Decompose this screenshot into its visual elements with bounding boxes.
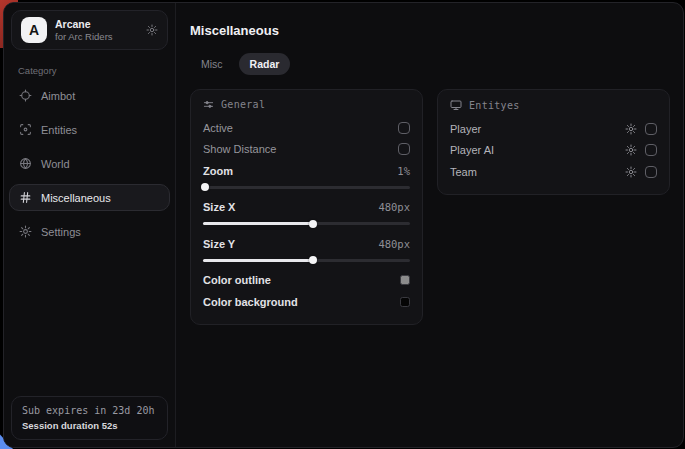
setting-label: Color outline (203, 274, 271, 286)
color-outline-swatch[interactable] (400, 275, 410, 285)
gear-icon (19, 225, 32, 238)
panel-general: General Active Show Distance Zoom 1% (190, 89, 423, 325)
active-checkbox[interactable] (398, 122, 410, 134)
app-name: Arcane (55, 18, 113, 31)
sidebar-item-label: Miscellaneous (41, 192, 111, 204)
setting-value: 480px (378, 238, 410, 250)
entities-scan-icon (19, 123, 32, 136)
tab-bar: Misc Radar (190, 53, 670, 75)
sidebar-item-label: Entities (41, 124, 77, 136)
sub-expires-text: Sub expires in 23d 20h (22, 405, 157, 416)
panel-entities: Entityes Player Player AI (437, 89, 670, 195)
entity-label: Player (450, 123, 481, 135)
setting-label: Size Y (203, 238, 235, 250)
brand-card[interactable]: A Arcane for Arc Riders (11, 10, 168, 50)
gear-icon[interactable] (625, 144, 637, 156)
sidebar-item-miscellaneous[interactable]: Miscellaneous (9, 184, 170, 211)
grid-hash-icon (19, 191, 32, 204)
setting-value: 1% (397, 165, 410, 177)
entity-row-team: Team (450, 161, 657, 183)
panel-title: Entityes (469, 100, 520, 111)
entity-row-player: Player (450, 118, 657, 140)
setting-row-size-x: Size X 480px (203, 197, 410, 219)
setting-label: Size X (203, 201, 235, 213)
entity-label: Player AI (450, 144, 494, 156)
sliders-icon (203, 99, 214, 110)
sidebar-item-entities[interactable]: Entities (9, 116, 170, 143)
app-logo: A (21, 17, 47, 43)
zoom-slider[interactable] (203, 186, 410, 189)
setting-value: 480px (378, 201, 410, 213)
setting-row-color-outline: Color outline (203, 270, 410, 292)
gear-icon[interactable] (625, 123, 637, 135)
size-x-slider[interactable] (203, 222, 410, 225)
panel-entities-header: Entityes (450, 99, 657, 111)
show-distance-checkbox[interactable] (398, 143, 410, 155)
setting-row-color-background: Color background (203, 291, 410, 313)
sidebar-item-world[interactable]: World (9, 150, 170, 177)
sidebar-item-label: Settings (41, 226, 81, 238)
slider-thumb[interactable] (309, 256, 317, 264)
sidebar-item-label: World (41, 158, 70, 170)
team-checkbox[interactable] (645, 166, 657, 178)
color-background-swatch[interactable] (400, 297, 410, 307)
main-content: Miscellaneous Misc Radar General Active (176, 3, 684, 447)
globe-icon (19, 157, 32, 170)
panel-general-header: General (203, 99, 410, 110)
sidebar-item-settings[interactable]: Settings (9, 218, 170, 245)
subscription-card: Sub expires in 23d 20h Session duration … (11, 396, 168, 440)
setting-label: Active (203, 122, 233, 134)
crosshair-icon (19, 89, 32, 102)
setting-row-zoom: Zoom 1% (203, 160, 410, 182)
session-duration-text: Session duration 52s (22, 420, 157, 431)
entity-row-player-ai: Player AI (450, 140, 657, 162)
sidebar: A Arcane for Arc Riders Category Aimbot (4, 3, 176, 447)
app-subtitle: for Arc Riders (55, 31, 113, 43)
sidebar-item-label: Aimbot (41, 90, 75, 102)
size-y-slider[interactable] (203, 259, 410, 262)
setting-row-size-y: Size Y 480px (203, 233, 410, 255)
category-label: Category (18, 65, 161, 76)
player-checkbox[interactable] (645, 123, 657, 135)
entity-label: Team (450, 166, 477, 178)
slider-fill (203, 222, 313, 225)
monitor-icon (450, 99, 462, 111)
panels-row: General Active Show Distance Zoom 1% (190, 89, 670, 325)
slider-fill (203, 259, 313, 262)
gear-icon[interactable] (146, 24, 158, 36)
player-ai-checkbox[interactable] (645, 144, 657, 156)
app-window: A Arcane for Arc Riders Category Aimbot (3, 2, 684, 448)
slider-thumb[interactable] (309, 220, 317, 228)
setting-row-show-distance: Show Distance (203, 139, 410, 161)
sidebar-nav: Aimbot Entities World Miscellaneous (4, 82, 175, 245)
setting-label: Color background (203, 296, 298, 308)
tab-radar[interactable]: Radar (239, 53, 291, 75)
panel-title: General (221, 99, 265, 110)
slider-thumb[interactable] (201, 183, 209, 191)
setting-row-active: Active (203, 117, 410, 139)
tab-misc[interactable]: Misc (190, 53, 234, 75)
setting-label: Show Distance (203, 143, 276, 155)
page-title: Miscellaneous (190, 23, 670, 38)
setting-label: Zoom (203, 165, 233, 177)
gear-icon[interactable] (625, 166, 637, 178)
sidebar-item-aimbot[interactable]: Aimbot (9, 82, 170, 109)
brand-text: Arcane for Arc Riders (55, 18, 113, 43)
